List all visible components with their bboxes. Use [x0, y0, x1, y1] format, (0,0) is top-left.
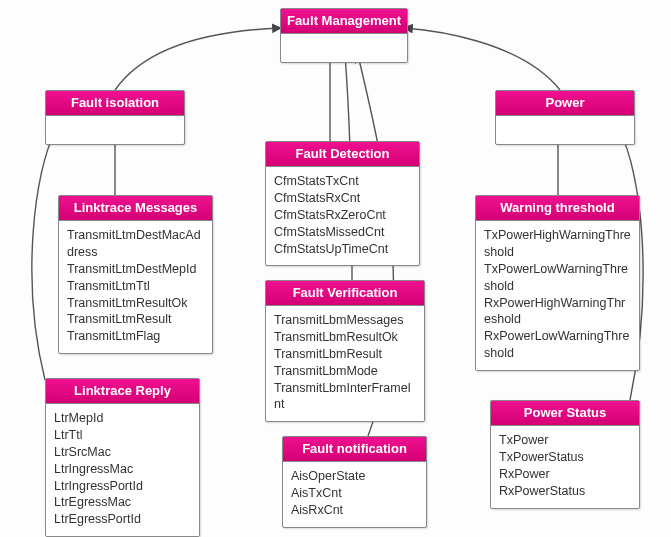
node-body: TxPowerTxPowerStatusRxPowerRxPowerStatus	[491, 426, 639, 508]
node-title: Fault Detection	[266, 142, 419, 167]
node-title: Linktrace Messages	[59, 196, 212, 221]
list-item: RxPower	[499, 466, 631, 483]
node-linktrace-reply: Linktrace Reply LtrMepIdLtrTtlLtrSrcMacL…	[45, 378, 200, 537]
list-item: LtrTtl	[54, 427, 191, 444]
list-item: AisTxCnt	[291, 485, 418, 502]
node-body: TransmitLtmDestMacAddressTransmitLtmDest…	[59, 221, 212, 353]
list-item: TxPowerLowWarningThreshold	[484, 261, 631, 295]
node-fault-management: Fault Management	[280, 8, 408, 63]
node-fault-isolation: Fault isolation	[45, 90, 185, 145]
node-title: Linktrace Reply	[46, 379, 199, 404]
list-item: TransmitLbmResult	[274, 346, 416, 363]
list-item: TransmitLtmTtl	[67, 278, 204, 295]
list-item: CfmStatsMissedCnt	[274, 224, 411, 241]
list-item: AisOperState	[291, 468, 418, 485]
list-item: TransmitLtmFlag	[67, 328, 204, 345]
list-item: CfmStatsRxCnt	[274, 190, 411, 207]
list-item: TransmitLtmResultOk	[67, 295, 204, 312]
arrow-isolation-to-management	[115, 28, 280, 90]
list-item: LtrMepId	[54, 410, 191, 427]
list-item: CfmStatsRxZeroCnt	[274, 207, 411, 224]
list-item: TransmitLbmInterFrameInt	[274, 380, 416, 414]
list-item: CfmStatsUpTimeCnt	[274, 241, 411, 258]
node-title: Power	[496, 91, 634, 116]
node-power-status: Power Status TxPowerTxPowerStatusRxPower…	[490, 400, 640, 509]
node-body: TxPowerHighWarningThresholdTxPowerLowWar…	[476, 221, 639, 370]
node-title: Fault Management	[281, 9, 407, 34]
node-title: Fault Verification	[266, 281, 424, 306]
node-power: Power	[495, 90, 635, 145]
list-item: LtrIngressMac	[54, 461, 191, 478]
list-item: TransmitLbmMessages	[274, 312, 416, 329]
list-item: TxPower	[499, 432, 631, 449]
list-item: TransmitLbmResultOk	[274, 329, 416, 346]
node-fault-verification: Fault Verification TransmitLbmMessagesTr…	[265, 280, 425, 422]
node-title: Fault isolation	[46, 91, 184, 116]
node-title: Warning threshold	[476, 196, 639, 221]
list-item: TransmitLtmDestMacAddress	[67, 227, 204, 261]
node-body: AisOperStateAisTxCntAisRxCnt	[283, 462, 426, 527]
list-item: LtrIngressPortId	[54, 478, 191, 495]
list-item: TxPowerHighWarningThreshold	[484, 227, 631, 261]
list-item: TransmitLbmMode	[274, 363, 416, 380]
list-item: LtrEgressMac	[54, 494, 191, 511]
diagram-canvas: Fault Management Fault isolation Linktra…	[0, 0, 671, 537]
node-body: CfmStatsTxCntCfmStatsRxCntCfmStatsRxZero…	[266, 167, 419, 265]
node-fault-notification: Fault notification AisOperStateAisTxCntA…	[282, 436, 427, 528]
node-body: LtrMepIdLtrTtlLtrSrcMacLtrIngressMacLtrI…	[46, 404, 199, 536]
list-item: TransmitLtmDestMepId	[67, 261, 204, 278]
list-item: LtrSrcMac	[54, 444, 191, 461]
node-body: TransmitLbmMessagesTransmitLbmResultOkTr…	[266, 306, 424, 421]
list-item: RxPowerHighWarningThreshold	[484, 295, 631, 329]
arrow-ltreply-to-isolation	[32, 132, 55, 380]
list-item: LtrEgressPortId	[54, 511, 191, 528]
arrow-power-to-management	[405, 28, 560, 90]
node-title: Fault notification	[283, 437, 426, 462]
list-item: AisRxCnt	[291, 502, 418, 519]
node-title: Power Status	[491, 401, 639, 426]
list-item: RxPowerStatus	[499, 483, 631, 500]
node-linktrace-messages: Linktrace Messages TransmitLtmDestMacAdd…	[58, 195, 213, 354]
node-fault-detection: Fault Detection CfmStatsTxCntCfmStatsRxC…	[265, 141, 420, 266]
list-item: TransmitLtmResult	[67, 311, 204, 328]
list-item: TxPowerStatus	[499, 449, 631, 466]
list-item: CfmStatsTxCnt	[274, 173, 411, 190]
node-warning-threshold: Warning threshold TxPowerHighWarningThre…	[475, 195, 640, 371]
list-item: RxPowerLowWarningThreshold	[484, 328, 631, 362]
